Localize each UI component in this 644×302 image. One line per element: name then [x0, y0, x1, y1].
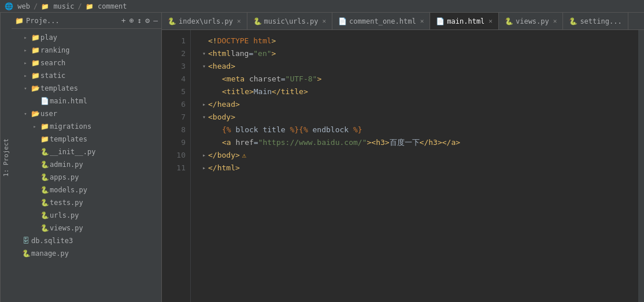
folder-icon-templates: 📂 — [30, 84, 40, 92]
tree-item-user-templates[interactable]: 📁 templates — [12, 133, 161, 146]
tab-close-views-py[interactable]: ✕ — [553, 17, 557, 25]
fold-3 — [200, 60, 208, 73]
code-line-8: {% block title %}{% endblock %} — [200, 124, 638, 136]
folder-icon-static: 📁 — [30, 72, 40, 80]
breadcrumb-web[interactable]: 🌐 web — [5, 2, 30, 10]
file-icon-init: 🐍 — [39, 148, 50, 156]
add-folder-icon[interactable]: ⊕ — [129, 16, 134, 25]
line-numbers: 1 2 3 4 5 6 7 8 9 10 11 — [162, 30, 191, 302]
folder-icon-ranking: 📁 — [30, 46, 40, 54]
sidebar: 📁 Proje... + ⊕ ↕ ⚙ — 📁 play — [12, 13, 162, 302]
tree-item-models[interactable]: 🐍 models.py — [12, 184, 161, 196]
file-icon-tests: 🐍 — [39, 199, 50, 207]
tree-label-tests: tests.py — [50, 199, 83, 207]
tree-item-admin[interactable]: 🐍 admin.py — [12, 158, 161, 171]
tab-label-music-urls: music\urls.py — [264, 17, 319, 25]
line-num-10: 10 — [162, 149, 186, 162]
tree-item-urls[interactable]: 🐍 urls.py — [12, 209, 161, 222]
folder-icon-migrations: 📁 — [39, 122, 50, 131]
tree-item-db[interactable]: 🗄 db.sqlite3 — [12, 234, 161, 247]
tab-music-urls[interactable]: 🐍 music\urls.py ✕ — [247, 13, 333, 29]
tab-comment-one[interactable]: 📄 comment_one.html ✕ — [332, 13, 430, 29]
tree-item-apps[interactable]: 🐍 apps.py — [12, 171, 161, 184]
file-icon-manage: 🐍 — [21, 249, 31, 258]
tab-main-html[interactable]: 📄 main.html ✕ — [430, 13, 499, 29]
tree-item-templates[interactable]: 📂 templates — [12, 82, 161, 95]
tree-item-ranking[interactable]: 📁 ranking — [12, 44, 161, 57]
code-line-6: </head> — [200, 98, 638, 111]
line-num-11: 11 — [162, 162, 186, 174]
sidebar-header-title: 📁 Proje... — [15, 17, 60, 25]
tab-index-urls[interactable]: 🐍 index\urls.py ✕ — [162, 13, 247, 29]
tree-arrow-templates — [21, 85, 30, 91]
tab-close-main-html[interactable]: ✕ — [488, 17, 493, 25]
sidebar-header: 📁 Proje... + ⊕ ↕ ⚙ — — [12, 13, 161, 29]
project-tab[interactable]: 1: Project — [0, 13, 12, 302]
settings-icon[interactable]: ⚙ — [145, 16, 150, 25]
line-num-2: 2 — [162, 47, 186, 60]
tree-item-static[interactable]: 📁 static — [12, 69, 161, 82]
tree-arrow-search — [21, 60, 30, 66]
code-line-1: <!DOCTYPE html> — [200, 35, 638, 47]
code-line-4: <meta charset="UTF-8"> — [200, 73, 638, 85]
file-icon-views: 🐍 — [39, 224, 50, 232]
tree-label-static: static — [40, 72, 65, 80]
tree-item-main-html[interactable]: 📄 main.html — [12, 95, 161, 107]
line-num-7: 7 — [162, 111, 186, 124]
tree-item-search[interactable]: 📁 search — [12, 57, 161, 69]
tree-item-migrations[interactable]: 📁 migrations — [12, 120, 161, 133]
collapse-icon[interactable]: ↕ — [138, 16, 142, 25]
breadcrumb-music[interactable]: 📁 music — [41, 2, 74, 10]
tree-arrow-user — [21, 111, 30, 117]
file-icon-models: 🐍 — [39, 186, 50, 194]
sidebar-tree: 📁 play 📁 ranking 📁 search 📁 — [12, 29, 161, 302]
tab-label-comment-one: comment_one.html — [349, 17, 416, 25]
code-line-3: <head> — [200, 60, 638, 73]
main-content: 1: Project 📁 Proje... + ⊕ ↕ ⚙ — 📁 — [0, 13, 644, 302]
fold-6 — [200, 98, 208, 111]
folder-icon: 📁 — [41, 3, 49, 10]
tab-close-index-urls[interactable]: ✕ — [237, 17, 241, 25]
tab-views-py[interactable]: 🐍 views.py ✕ — [499, 13, 563, 29]
tree-label-migrations: migrations — [50, 122, 91, 131]
tree-item-user[interactable]: 📂 user — [12, 107, 161, 120]
editor-scrollbar[interactable] — [638, 30, 644, 302]
tree-label-db: db.sqlite3 — [31, 237, 73, 245]
breadcrumb-comment[interactable]: 📁 comment — [86, 2, 127, 10]
tab-close-comment-one[interactable]: ✕ — [420, 17, 424, 25]
tab-icon-views-py: 🐍 — [505, 17, 513, 25]
folder-icon-user: 📂 — [30, 110, 40, 118]
code-line-11: </html> — [200, 162, 638, 174]
tree-item-manage[interactable]: 🐍 manage.py — [12, 247, 161, 260]
tree-label-user-templates: templates — [50, 135, 87, 143]
tree-label-init: __init__.py — [50, 148, 95, 156]
tree-label-models: models.py — [50, 186, 87, 194]
code-content[interactable]: <!DOCTYPE html> <html lang="en"> <head> — [191, 30, 638, 302]
minimize-icon[interactable]: — — [153, 16, 158, 25]
web-icon: 🌐 — [5, 2, 13, 10]
code-line-7: <body> — [200, 111, 638, 124]
tree-label-user: user — [40, 110, 57, 118]
file-icon-urls: 🐍 — [39, 211, 50, 219]
editor-area: 🐍 index\urls.py ✕ 🐍 music\urls.py ✕ 📄 co… — [162, 13, 644, 302]
breadcrumb-sep2: / — [78, 2, 82, 10]
tree-item-tests[interactable]: 🐍 tests.py — [12, 196, 161, 209]
tree-item-views[interactable]: 🐍 views.py — [12, 222, 161, 234]
tree-item-play[interactable]: 📁 play — [12, 31, 161, 44]
tree-item-init[interactable]: 🐍 __init__.py — [12, 146, 161, 158]
tree-arrow-static — [21, 73, 30, 79]
tab-settings[interactable]: 🐍 setting... — [563, 13, 628, 29]
line-num-9: 9 — [162, 136, 186, 149]
add-file-icon[interactable]: + — [121, 16, 126, 25]
code-editor[interactable]: 1 2 3 4 5 6 7 8 9 10 11 <!DOCTYPE html> — [162, 30, 644, 302]
fold-10 — [200, 149, 208, 162]
tab-close-music-urls[interactable]: ✕ — [322, 17, 326, 25]
line-num-3: 3 — [162, 60, 186, 73]
fold-7 — [200, 111, 208, 124]
tree-label-apps: apps.py — [50, 173, 79, 181]
file-icon-apps: 🐍 — [39, 173, 50, 181]
line-num-1: 1 — [162, 35, 186, 47]
tree-arrow-ranking — [21, 47, 30, 53]
fold-11 — [200, 162, 208, 174]
line-num-4: 4 — [162, 73, 186, 85]
